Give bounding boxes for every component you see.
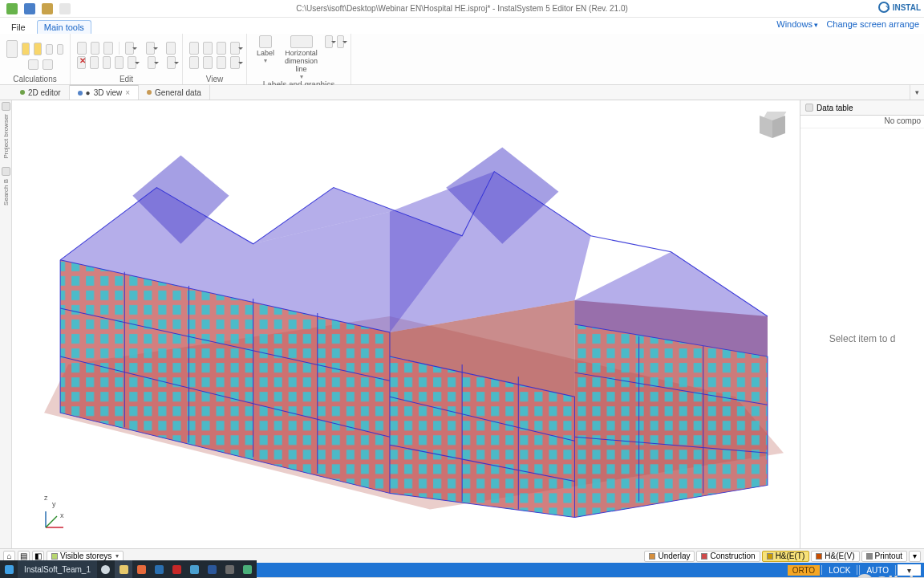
labels-more1-icon[interactable] xyxy=(325,35,332,48)
toggle-underlay[interactable]: Underlay xyxy=(644,551,695,562)
calc-arrow-icon[interactable] xyxy=(46,44,52,55)
calc-misc-icon[interactable] xyxy=(57,44,63,55)
tabs-overflow[interactable]: ▾ xyxy=(910,85,924,100)
toggle-printout[interactable]: Printout xyxy=(861,551,907,562)
edit-paste-icon[interactable] xyxy=(91,42,100,55)
new-icon[interactable] xyxy=(59,3,71,14)
menu-bar: File Main tools Windows Change screen ar… xyxy=(0,18,924,34)
tab-2d-label: 2D editor xyxy=(28,88,61,97)
edit-mirror-icon[interactable] xyxy=(148,56,156,69)
edit-rot-icon[interactable] xyxy=(128,56,136,69)
pin-label-project: Project browser xyxy=(2,114,10,159)
task-app-label[interactable]: InstalSoft_Team_1 xyxy=(18,560,97,578)
brand-ring-icon xyxy=(878,2,890,13)
pin-project-browser[interactable] xyxy=(2,102,10,111)
window-title: C:\Users\isoft\Desktop\Webinar EN\Hospit… xyxy=(0,4,924,13)
tab-3d-dot-icon xyxy=(78,91,83,96)
task-explorer-icon[interactable] xyxy=(115,560,132,578)
data-table-panel: Data table No compo Select item to d xyxy=(800,100,924,548)
toggle-lock[interactable]: LOCK xyxy=(824,565,855,576)
calc-table-icon[interactable] xyxy=(6,40,18,58)
menu-file[interactable]: File xyxy=(5,21,32,34)
calc-small1-icon[interactable] xyxy=(28,59,38,70)
hdim-button[interactable]: Horizontal dimension line ▾ xyxy=(282,35,321,80)
task-word-icon[interactable] xyxy=(204,560,221,578)
edit-delete-icon[interactable] xyxy=(77,56,86,69)
calc-fx-icon[interactable] xyxy=(22,43,30,55)
view-shade-icon[interactable] xyxy=(217,56,226,69)
visible-storeys-label: Visible storeys xyxy=(60,552,111,560)
viewport-3d[interactable]: zyx xyxy=(12,100,800,548)
task-settings-icon[interactable] xyxy=(221,560,239,578)
calc-fx2-icon[interactable] xyxy=(34,43,42,55)
document-tabs: 2D editor ● 3D view × General data ▾ xyxy=(0,85,924,100)
left-dock: Project browser Search B xyxy=(0,100,12,548)
view-ortho-icon[interactable] xyxy=(189,56,199,69)
edit-find-icon[interactable] xyxy=(115,56,124,69)
data-table-title: Data table xyxy=(817,104,853,112)
data-table-sub: No compo xyxy=(800,116,924,128)
menu-arrange[interactable]: Change screen arrange xyxy=(826,19,919,29)
toggle-het[interactable]: H&(E(T) xyxy=(762,551,810,562)
tab-3d-label: 3D view xyxy=(94,88,123,97)
tab-2d-dot-icon xyxy=(20,90,25,95)
ribbon-label-calc: Calculations xyxy=(6,75,63,84)
view-zoomin-icon[interactable] xyxy=(189,42,199,55)
app-home-icon[interactable] xyxy=(6,3,18,14)
tab-gen-dot-icon xyxy=(147,90,152,95)
data-table-icon xyxy=(805,104,813,112)
label-button[interactable]: Label ▾ xyxy=(253,35,278,65)
ribbon: Calculations xyxy=(0,34,924,85)
edit-cut-icon[interactable] xyxy=(103,42,113,55)
ribbon-group-calc: Calculations xyxy=(0,34,71,84)
task-misc-icon[interactable] xyxy=(239,560,257,578)
view-camera-icon[interactable] xyxy=(230,56,240,69)
view-fit-icon[interactable] xyxy=(217,42,226,55)
storey-swatch-icon xyxy=(51,553,58,560)
data-table-placeholder: Select item to d xyxy=(800,128,924,548)
edit-align-icon[interactable] xyxy=(125,42,135,55)
task-app-icon[interactable] xyxy=(0,560,18,578)
hdim-button-text: Horizontal dimension line xyxy=(285,50,318,74)
task-store-icon[interactable] xyxy=(150,560,168,578)
pin-search[interactable] xyxy=(2,167,10,176)
task-browser-icon[interactable] xyxy=(132,560,150,578)
axis-gizmo[interactable]: zyx xyxy=(39,510,65,532)
tab-3d-close-icon[interactable]: × xyxy=(125,88,130,97)
tab-general-data[interactable]: General data xyxy=(139,85,210,100)
ribbon-label-view: View xyxy=(189,75,240,84)
view-cube[interactable] xyxy=(760,112,788,140)
tab-3d-view[interactable]: ● 3D view × xyxy=(70,84,139,100)
tab-2d-editor[interactable]: 2D editor xyxy=(12,85,70,100)
watermark: Click xyxy=(856,572,919,578)
edit-list-icon[interactable] xyxy=(166,42,176,55)
ribbon-label-edit: Edit xyxy=(77,75,176,84)
brand-text: INSTAL xyxy=(893,3,921,12)
ribbon-group-edit: Edit xyxy=(71,34,183,84)
menu-main-tools[interactable]: Main tools xyxy=(37,20,91,34)
save-icon[interactable] xyxy=(24,3,35,14)
view-zoomout-icon[interactable] xyxy=(203,42,213,55)
edit-dist-icon[interactable] xyxy=(146,42,156,55)
view-persp-icon[interactable] xyxy=(203,56,213,69)
edit-copy-icon[interactable] xyxy=(77,42,87,55)
task-mail-icon[interactable] xyxy=(185,560,203,578)
svg-line-33 xyxy=(46,516,57,527)
toggle-orto[interactable]: ORTO xyxy=(788,565,821,576)
ribbon-group-view: View xyxy=(183,34,247,84)
view-pan-icon[interactable] xyxy=(230,42,240,55)
labels-more2-icon[interactable] xyxy=(337,35,344,48)
edit-more-icon[interactable] xyxy=(167,56,176,69)
toggle-construction[interactable]: Construction xyxy=(696,551,760,562)
calc-small2-icon[interactable] xyxy=(43,59,53,70)
menu-windows[interactable]: Windows xyxy=(776,19,818,29)
open-icon[interactable] xyxy=(42,3,53,14)
vt-more[interactable]: ▾ xyxy=(909,551,921,562)
pin-label-search: Search B xyxy=(2,179,10,206)
task-search-icon[interactable] xyxy=(97,560,115,578)
toggle-hev[interactable]: H&(E(V) xyxy=(811,551,859,562)
edit-undo-icon[interactable] xyxy=(90,56,99,69)
task-pdf-icon[interactable] xyxy=(168,560,185,578)
os-taskbar: InstalSoft_Team_1 xyxy=(0,560,257,578)
edit-redo-icon[interactable] xyxy=(103,56,111,69)
